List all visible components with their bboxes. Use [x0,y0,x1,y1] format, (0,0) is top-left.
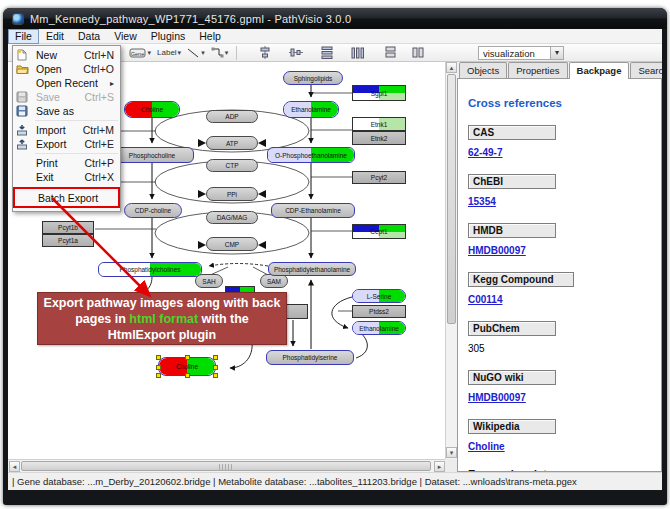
connector-tool-button[interactable]: ▾ [209,45,231,61]
crossref-section-pubchem: PubChem305 [468,321,651,354]
pathway-node-sphingolipids[interactable]: Sphingolipids [283,71,343,85]
pathway-node-l-serine[interactable]: L-Serine [352,289,406,303]
file-menu-item-batch-export[interactable]: Batch Export [15,190,118,205]
tab-backpage[interactable]: Backpage [569,62,630,79]
menubar-item-view[interactable]: View [107,29,144,44]
pathway-node-sam[interactable]: SAM [260,274,288,288]
distribute-horizontal-button[interactable] [349,45,367,61]
pathway-node-choline[interactable]: Choline [158,357,216,376]
selection-handle[interactable] [185,373,190,378]
horizontal-scroll-thumb[interactable] [21,461,431,471]
scroll-left-icon[interactable]: ◂ [9,461,20,472]
pathway-node-ppi[interactable]: PPi [206,187,258,201]
crossref-value: 15354 [468,196,651,207]
pathway-node-cept1[interactable]: Cept1 [352,224,406,239]
scroll-right-icon[interactable]: ▸ [434,461,445,472]
visualization-dropdown-icon[interactable]: ▾ [550,47,563,59]
pathway-node-ctp[interactable]: CTP [206,159,258,172]
pathway-node-unlabeled[interactable] [284,304,308,319]
crossref-link[interactable]: C00114 [468,294,502,305]
align-center-x-button[interactable] [256,45,274,61]
menubar-item-edit[interactable]: Edit [39,29,71,44]
file-menu-item-export[interactable]: ExportCtrl+E [13,137,120,151]
vertical-scroll-thumb[interactable] [447,74,456,324]
node-label: PPi [227,191,237,198]
canvas-horizontal-scrollbar[interactable]: ◂ ▸ [8,459,445,472]
menubar-item-data[interactable]: Data [71,29,107,44]
pathway-node-pcyt1b[interactable]: Pcyt1b [42,221,94,234]
menu-separator [35,153,118,154]
visualization-combobox[interactable]: visualization ▾ [478,46,564,60]
pathway-node-adp[interactable]: ADP [206,110,258,123]
selection-handle[interactable] [156,355,161,360]
menu-item-label: Batch Export [38,192,98,204]
canvas-vertical-scrollbar[interactable]: ▴ ▾ [445,62,457,459]
line-tool-button[interactable]: ▾ [185,45,207,61]
node-label: ADP [225,113,238,120]
file-menu-item-open-recent[interactable]: Open Recent▸ [13,76,120,90]
tab-search[interactable]: Search [630,62,662,78]
file-menu-item-print[interactable]: PrintCtrl+P [13,156,120,170]
pathway-node-ethanolamine[interactable]: Ethanolamine [352,321,406,335]
selection-handle[interactable] [156,365,161,370]
label-tool-button[interactable]: Label ▾ [155,45,183,61]
node-label: O-Phosphoethanolamine [275,152,347,159]
menubar-item-file[interactable]: File [8,29,39,44]
selection-handle[interactable] [156,373,161,378]
menubar-item-plugins[interactable]: Plugins [144,29,192,44]
pathway-node-etnk1[interactable]: Etnk1 [352,117,406,131]
file-menu-item-save-as[interactable]: Save as [13,104,120,118]
datanode-tool-button[interactable]: Gene ▾ [127,45,154,61]
crossref-link[interactable]: Choline [468,441,505,452]
crossref-link[interactable]: 62-49-7 [468,147,502,158]
tab-objects[interactable]: Objects [459,62,507,78]
pathway-node-phosphatidylethanolamine[interactable]: Phosphatidylethanolamine [268,262,356,276]
crossref-link[interactable]: HMDB00097 [468,392,526,403]
file-menu-item-exit[interactable]: ExitCtrl+X [13,170,120,184]
crossref-link[interactable]: HMDB00097 [468,245,526,256]
pathway-node-cmp[interactable]: CMP [206,237,258,251]
pathway-node-choline[interactable]: Choline [124,101,180,118]
pathway-node-pcyt1a[interactable]: Pcyt1a [42,234,94,247]
pathway-node-pcyt2[interactable]: Pcyt2 [352,171,406,184]
pathway-node-ethanolamine[interactable]: Ethanolamine [283,101,339,118]
file-menu-item-import[interactable]: ImportCtrl+M [13,123,120,137]
stack-horizontal-icon [412,46,425,59]
pathway-node-etnk2[interactable]: Etnk2 [352,131,406,145]
distribute-vertical-icon [320,46,334,59]
scroll-up-icon[interactable]: ▴ [446,62,457,73]
node-label: Pcyt1a [58,237,78,244]
pathway-node-atp[interactable]: ATP [206,136,258,150]
selection-handle[interactable] [213,373,218,378]
pathway-node-phosphocholine[interactable]: Phosphocholine [110,147,194,163]
tab-properties[interactable]: Properties [508,62,567,78]
pathway-node-sgpl1[interactable]: Sgpl1 [352,85,406,101]
pathway-node-ptdss2[interactable]: Ptdss2 [352,305,406,318]
pathway-node-dag-mag[interactable]: DAG/MAG [206,211,258,224]
pathway-node-cdp-choline[interactable]: CDP-choline [124,203,182,218]
status-bar: | Gene database: ...m_Derby_20120602.bri… [8,472,662,490]
file-menu-item-save[interactable]: SaveCtrl+S [13,90,120,104]
scroll-down-icon[interactable]: ▾ [446,447,457,458]
selection-handle[interactable] [185,355,190,360]
file-menu-item-open[interactable]: OpenCtrl+O [13,62,120,76]
selection-handle[interactable] [213,365,218,370]
pathway-node-cdp-ethanolamine[interactable]: CDP-Ethanolamine [271,203,355,218]
save-as-icon [16,105,32,117]
pathway-node-o-phosphoethanolamine[interactable]: O-Phosphoethanolamine [267,147,355,163]
crossref-link[interactable]: 15354 [468,196,496,207]
distribute-vertical-button[interactable] [318,45,336,61]
crossref-section-wikipedia: WikipediaCholine [468,419,651,452]
align-center-y-button[interactable] [287,45,305,61]
pathway-node-phosphatidylcholines[interactable]: Phosphatidylcholines [98,262,202,277]
selection-handle[interactable] [213,355,218,360]
menubar-item-help[interactable]: Help [192,29,228,44]
pathway-node-sah[interactable]: SAH [195,274,223,288]
stack-vertical-button[interactable] [382,45,399,61]
crossref-section-kegg-compound: Kegg CompoundC00114 [468,272,651,305]
file-menu-item-new[interactable]: NewCtrl+N [13,48,120,62]
node-label: Ethanolamine [359,325,399,332]
stack-horizontal-button[interactable] [410,45,427,61]
blank-icon [16,157,32,169]
pathway-node-phosphatidylserine[interactable]: Phosphatidylserine [266,350,354,365]
